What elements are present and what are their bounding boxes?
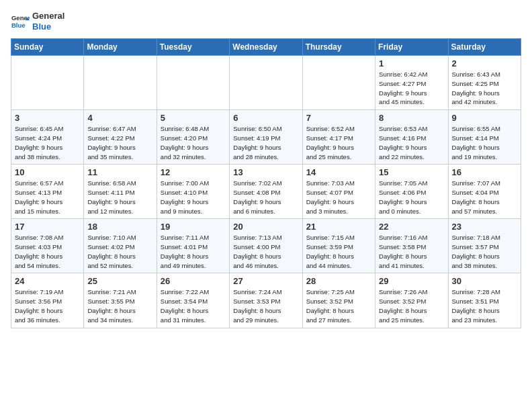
calendar-cell: 19Sunrise: 7:11 AM Sunset: 4:01 PM Dayli… bbox=[157, 219, 229, 273]
day-number: 6 bbox=[233, 113, 298, 123]
day-number: 8 bbox=[379, 113, 444, 123]
day-number: 28 bbox=[306, 276, 371, 286]
day-number: 2 bbox=[452, 58, 517, 68]
day-info: Sunrise: 7:16 AM Sunset: 3:58 PM Dayligh… bbox=[379, 233, 444, 270]
day-number: 16 bbox=[452, 167, 517, 177]
day-number: 3 bbox=[15, 113, 80, 123]
day-number: 23 bbox=[452, 222, 517, 232]
day-info: Sunrise: 7:10 AM Sunset: 4:02 PM Dayligh… bbox=[87, 233, 152, 270]
calendar-cell: 26Sunrise: 7:22 AM Sunset: 3:54 PM Dayli… bbox=[157, 273, 229, 328]
logo: General Blue General Blue bbox=[11, 11, 64, 32]
day-info: Sunrise: 6:48 AM Sunset: 4:20 PM Dayligh… bbox=[161, 124, 226, 161]
calendar-week-row: 17Sunrise: 7:08 AM Sunset: 4:03 PM Dayli… bbox=[11, 219, 521, 273]
day-number: 5 bbox=[161, 113, 226, 123]
day-info: Sunrise: 7:02 AM Sunset: 4:08 PM Dayligh… bbox=[233, 179, 298, 216]
calendar-cell: 8Sunrise: 6:53 AM Sunset: 4:16 PM Daylig… bbox=[375, 110, 448, 165]
calendar-week-row: 1Sunrise: 6:42 AM Sunset: 4:27 PM Daylig… bbox=[11, 56, 521, 110]
day-info: Sunrise: 7:07 AM Sunset: 4:04 PM Dayligh… bbox=[452, 179, 517, 216]
calendar-cell: 10Sunrise: 6:57 AM Sunset: 4:13 PM Dayli… bbox=[11, 165, 84, 219]
day-info: Sunrise: 6:58 AM Sunset: 4:11 PM Dayligh… bbox=[87, 179, 152, 216]
svg-text:Blue: Blue bbox=[11, 21, 26, 28]
calendar-cell: 9Sunrise: 6:55 AM Sunset: 4:14 PM Daylig… bbox=[448, 110, 521, 165]
calendar-cell: 30Sunrise: 7:28 AM Sunset: 3:51 PM Dayli… bbox=[448, 273, 521, 328]
calendar-cell bbox=[84, 56, 157, 110]
calendar-cell: 21Sunrise: 7:15 AM Sunset: 3:59 PM Dayli… bbox=[302, 219, 375, 273]
calendar-week-row: 3Sunrise: 6:45 AM Sunset: 4:24 PM Daylig… bbox=[11, 110, 521, 165]
day-number: 12 bbox=[161, 167, 226, 177]
weekday-header: Tuesday bbox=[157, 39, 229, 56]
day-number: 4 bbox=[87, 113, 152, 123]
day-info: Sunrise: 7:11 AM Sunset: 4:01 PM Dayligh… bbox=[161, 233, 226, 270]
day-number: 19 bbox=[161, 222, 226, 232]
weekday-header: Friday bbox=[375, 39, 448, 56]
calendar-cell: 3Sunrise: 6:45 AM Sunset: 4:24 PM Daylig… bbox=[11, 110, 84, 165]
calendar-cell: 24Sunrise: 7:19 AM Sunset: 3:56 PM Dayli… bbox=[11, 273, 84, 328]
day-number: 29 bbox=[379, 276, 444, 286]
day-number: 13 bbox=[233, 167, 298, 177]
day-info: Sunrise: 7:00 AM Sunset: 4:10 PM Dayligh… bbox=[161, 179, 226, 216]
calendar-body: 1Sunrise: 6:42 AM Sunset: 4:27 PM Daylig… bbox=[11, 56, 521, 328]
calendar-cell: 20Sunrise: 7:13 AM Sunset: 4:00 PM Dayli… bbox=[230, 219, 302, 273]
logo-icon: General Blue bbox=[11, 12, 30, 31]
calendar-cell: 1Sunrise: 6:42 AM Sunset: 4:27 PM Daylig… bbox=[375, 56, 448, 110]
day-number: 10 bbox=[15, 167, 80, 177]
calendar-week-row: 10Sunrise: 6:57 AM Sunset: 4:13 PM Dayli… bbox=[11, 165, 521, 219]
calendar-cell: 13Sunrise: 7:02 AM Sunset: 4:08 PM Dayli… bbox=[230, 165, 302, 219]
calendar-cell: 5Sunrise: 6:48 AM Sunset: 4:20 PM Daylig… bbox=[157, 110, 229, 165]
calendar-cell: 25Sunrise: 7:21 AM Sunset: 3:55 PM Dayli… bbox=[84, 273, 157, 328]
calendar-cell bbox=[11, 56, 84, 110]
day-info: Sunrise: 7:24 AM Sunset: 3:53 PM Dayligh… bbox=[233, 287, 298, 324]
calendar-cell: 12Sunrise: 7:00 AM Sunset: 4:10 PM Dayli… bbox=[157, 165, 229, 219]
day-number: 14 bbox=[306, 167, 371, 177]
logo-text: General Blue bbox=[32, 11, 64, 32]
calendar-cell: 28Sunrise: 7:25 AM Sunset: 3:52 PM Dayli… bbox=[302, 273, 375, 328]
calendar-cell: 22Sunrise: 7:16 AM Sunset: 3:58 PM Dayli… bbox=[375, 219, 448, 273]
weekday-header: Sunday bbox=[11, 39, 84, 56]
weekday-header: Monday bbox=[84, 39, 157, 56]
day-info: Sunrise: 6:45 AM Sunset: 4:24 PM Dayligh… bbox=[15, 124, 80, 161]
day-number: 27 bbox=[233, 276, 298, 286]
day-info: Sunrise: 7:26 AM Sunset: 3:52 PM Dayligh… bbox=[379, 287, 444, 324]
day-info: Sunrise: 7:18 AM Sunset: 3:57 PM Dayligh… bbox=[452, 233, 517, 270]
weekday-header: Wednesday bbox=[230, 39, 302, 56]
day-info: Sunrise: 7:08 AM Sunset: 4:03 PM Dayligh… bbox=[15, 233, 80, 270]
day-number: 17 bbox=[15, 222, 80, 232]
weekday-header: Thursday bbox=[302, 39, 375, 56]
day-number: 18 bbox=[87, 222, 152, 232]
day-info: Sunrise: 7:13 AM Sunset: 4:00 PM Dayligh… bbox=[233, 233, 298, 270]
day-info: Sunrise: 6:53 AM Sunset: 4:16 PM Dayligh… bbox=[379, 124, 444, 161]
weekday-header: Saturday bbox=[448, 39, 521, 56]
day-info: Sunrise: 6:43 AM Sunset: 4:25 PM Dayligh… bbox=[452, 70, 517, 107]
page-header: General Blue General Blue bbox=[11, 11, 521, 32]
calendar-cell: 15Sunrise: 7:05 AM Sunset: 4:06 PM Dayli… bbox=[375, 165, 448, 219]
calendar-week-row: 24Sunrise: 7:19 AM Sunset: 3:56 PM Dayli… bbox=[11, 273, 521, 328]
calendar-cell: 23Sunrise: 7:18 AM Sunset: 3:57 PM Dayli… bbox=[448, 219, 521, 273]
calendar-cell: 16Sunrise: 7:07 AM Sunset: 4:04 PM Dayli… bbox=[448, 165, 521, 219]
day-number: 30 bbox=[452, 276, 517, 286]
day-info: Sunrise: 6:50 AM Sunset: 4:19 PM Dayligh… bbox=[233, 124, 298, 161]
day-number: 9 bbox=[452, 113, 517, 123]
day-info: Sunrise: 6:52 AM Sunset: 4:17 PM Dayligh… bbox=[306, 124, 371, 161]
calendar-cell: 6Sunrise: 6:50 AM Sunset: 4:19 PM Daylig… bbox=[230, 110, 302, 165]
day-info: Sunrise: 7:28 AM Sunset: 3:51 PM Dayligh… bbox=[452, 287, 517, 324]
day-number: 25 bbox=[87, 276, 152, 286]
day-number: 22 bbox=[379, 222, 444, 232]
day-info: Sunrise: 7:03 AM Sunset: 4:07 PM Dayligh… bbox=[306, 179, 371, 216]
day-info: Sunrise: 6:57 AM Sunset: 4:13 PM Dayligh… bbox=[15, 179, 80, 216]
day-number: 24 bbox=[15, 276, 80, 286]
day-number: 21 bbox=[306, 222, 371, 232]
calendar-cell bbox=[302, 56, 375, 110]
calendar-header-row: SundayMondayTuesdayWednesdayThursdayFrid… bbox=[11, 39, 521, 56]
calendar-cell: 17Sunrise: 7:08 AM Sunset: 4:03 PM Dayli… bbox=[11, 219, 84, 273]
day-info: Sunrise: 7:05 AM Sunset: 4:06 PM Dayligh… bbox=[379, 179, 444, 216]
day-info: Sunrise: 7:25 AM Sunset: 3:52 PM Dayligh… bbox=[306, 287, 371, 324]
calendar-cell bbox=[157, 56, 229, 110]
day-number: 15 bbox=[379, 167, 444, 177]
day-info: Sunrise: 7:19 AM Sunset: 3:56 PM Dayligh… bbox=[15, 287, 80, 324]
day-info: Sunrise: 7:15 AM Sunset: 3:59 PM Dayligh… bbox=[306, 233, 371, 270]
calendar-cell: 27Sunrise: 7:24 AM Sunset: 3:53 PM Dayli… bbox=[230, 273, 302, 328]
day-number: 26 bbox=[161, 276, 226, 286]
calendar-cell: 2Sunrise: 6:43 AM Sunset: 4:25 PM Daylig… bbox=[448, 56, 521, 110]
day-number: 20 bbox=[233, 222, 298, 232]
calendar-cell: 18Sunrise: 7:10 AM Sunset: 4:02 PM Dayli… bbox=[84, 219, 157, 273]
